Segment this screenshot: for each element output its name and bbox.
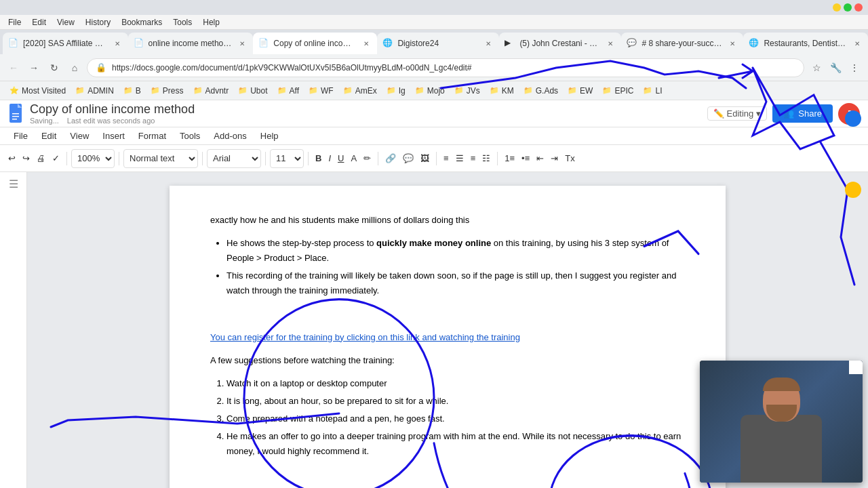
tab-4[interactable]: 🌐 Digistore24 ✕ [377,33,499,54]
tab-6[interactable]: 💬 # 8 share-your-success-story ✕ [621,33,743,54]
extensions-icon[interactable]: 🔧 [827,60,844,76]
link-btn[interactable]: 🔗 [382,149,399,168]
comment-btn[interactable]: 💬 [400,149,416,168]
chevron-down-icon: ▾ [756,108,761,119]
tab-5[interactable]: ▶ (5) John Crestani - YouTube ✕ [499,33,621,54]
italic-btn[interactable]: I [326,149,334,168]
redo-btn[interactable]: ↪ [20,149,33,168]
docs-page: exactly how he and his students make mil… [170,186,726,488]
docs-menu-tools[interactable]: Tools [174,129,205,142]
bookmark-label-jvs: JVs [467,86,480,96]
refresh-btn[interactable]: ↻ [46,60,62,76]
tab-7[interactable]: 🌐 Restaurants, Dentists, Bars,... ✕ [743,33,868,54]
tab-close-2[interactable]: ✕ [237,38,248,49]
register-link[interactable]: You can register for the training by cli… [210,330,685,345]
docs-menu-insert[interactable]: Insert [97,129,130,142]
bookmark-ig[interactable]: 📁 Ig [382,85,410,97]
editing-badge[interactable]: ✏️ Editing ▾ [707,106,768,121]
minimize-btn[interactable] [833,3,841,12]
video-thumbnail[interactable] [700,361,863,483]
bookmark-km[interactable]: 📁 KM [486,85,518,97]
address-bar[interactable]: 🔒 https://docs.google.com/document/d/1pk… [87,58,804,77]
zoom-select[interactable]: 100% [71,149,115,168]
home-btn[interactable]: ⌂ [66,60,83,76]
bookmark-advntr[interactable]: 📁 Advntr [189,85,233,97]
back-btn[interactable]: ← [5,60,22,76]
tab-1[interactable]: 📄 [2020] SAS Affiliate Resourc... ✕ [3,33,128,54]
link-text[interactable]: You can register for the training by cli… [210,332,520,342]
menu-edit[interactable]: Edit [26,16,52,28]
bookmark-li[interactable]: 📁 LI [639,85,666,97]
docs-menu-file[interactable]: File [8,129,33,142]
bookmark-jvs[interactable]: 📁 JVs [450,85,484,97]
bullet-list-btn[interactable]: •≡ [519,149,532,168]
menu-tools[interactable]: Tools [167,16,197,28]
menu-help[interactable]: Help [197,16,225,28]
bookmarks-bar: ⭐ Most Visited 📁 ADMIN 📁 B 📁 Press 📁 Adv… [0,81,868,100]
menu-history[interactable]: History [80,16,116,28]
docs-menu-view[interactable]: View [64,129,94,142]
list-item-1: Watch it on a laptop or desktop computer [226,376,685,391]
highlight-btn[interactable]: ✏ [361,149,374,168]
print-btn[interactable]: 🖨 [34,149,48,168]
bookmark-ew[interactable]: 📁 EW [564,85,597,97]
image-btn[interactable]: 🖼 [418,149,432,168]
toolbar-sep-7 [436,152,437,165]
bold-btn[interactable]: B [313,149,324,168]
tab-close-4[interactable]: ✕ [483,38,494,49]
bookmark-mojo[interactable]: 📁 Mojo [411,85,449,97]
menu-icon[interactable]: ⋮ [846,60,863,76]
style-select[interactable]: Normal text [123,149,198,168]
bookmark-wf[interactable]: 📁 WF [304,85,338,97]
bookmark-press[interactable]: 📁 Press [146,85,188,97]
bookmark-aff[interactable]: 📁 Aff [273,85,303,97]
menu-bookmarks[interactable]: Bookmarks [116,16,167,28]
tab-close-3[interactable]: ✕ [361,38,372,49]
docs-menu-edit[interactable]: Edit [36,129,62,142]
docs-menu-help[interactable]: Help [255,129,284,142]
spell-check-btn[interactable]: ✓ [50,149,62,168]
toolbar-sep-5 [308,152,309,165]
underline-btn[interactable]: U [335,149,347,168]
bookmarks-icon[interactable]: ☆ [808,60,825,76]
bookmark-amex[interactable]: 📁 AmEx [339,85,381,97]
close-btn[interactable] [854,3,863,12]
menu-file[interactable]: File [3,16,26,28]
menu-view[interactable]: View [52,16,80,28]
bookmark-most-visited[interactable]: ⭐ Most Visited [5,85,70,97]
bullet-2: This recording of the training will like… [226,268,685,298]
docs-menu-format[interactable]: Format [133,129,172,142]
align-left-btn[interactable]: ≡ [441,149,452,168]
tab-3[interactable]: 📄 Copy of online income meth... ✕ [253,33,377,54]
user-avatar[interactable]: J [838,103,860,125]
align-right-btn[interactable]: ≡ [468,149,479,168]
indent-increase-btn[interactable]: ⇥ [548,149,561,168]
tab-close-1[interactable]: ✕ [112,38,123,49]
docs-toolbar: ↩ ↪ 🖨 ✓ 100% Normal text Arial 11 B I U … [0,145,868,172]
bookmark-b[interactable]: 📁 B [119,85,145,97]
tab-close-5[interactable]: ✕ [605,38,616,49]
undo-btn[interactable]: ↩ [5,149,18,168]
indent-decrease-btn[interactable]: ⇤ [534,149,547,168]
align-justify-btn[interactable]: ☷ [479,149,493,168]
bookmark-epic[interactable]: 📁 EPIC [598,85,637,97]
editing-label: Editing [727,108,754,119]
maximize-btn[interactable] [844,3,852,12]
tab-title-1: [2020] SAS Affiliate Resourc... [23,39,108,48]
bookmark-admin[interactable]: 📁 ADMIN [71,85,118,97]
tab-close-7[interactable]: ✕ [852,38,863,49]
font-select[interactable]: Arial [207,149,261,168]
tab-close-6[interactable]: ✕ [727,38,738,49]
docs-title[interactable]: Copy of online income method [30,102,195,117]
align-center-btn[interactable]: ☰ [453,149,467,168]
bookmark-gads[interactable]: 📁 G.Ads [519,85,562,97]
tab-2[interactable]: 📄 online income method - Goo... ✕ [128,33,254,54]
bookmark-ubot[interactable]: 📁 Ubot [234,85,271,97]
font-size-select[interactable]: 11 [270,149,304,168]
docs-menu-addons[interactable]: Add-ons [208,129,252,142]
forward-btn[interactable]: → [26,60,42,76]
share-button[interactable]: 👥 Share [772,104,833,123]
clear-format-btn[interactable]: Tx [562,149,577,168]
text-color-btn[interactable]: A [348,149,359,168]
numbered-list-btn[interactable]: 1≡ [502,149,517,168]
